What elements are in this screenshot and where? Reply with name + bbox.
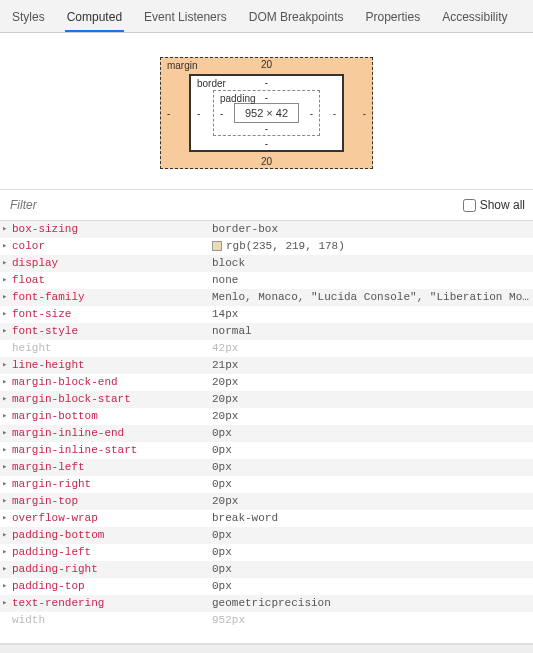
expand-triangle-icon[interactable]: ▸ <box>2 426 12 441</box>
property-row[interactable]: ▸padding-top0px <box>0 578 533 595</box>
expand-triangle-icon[interactable]: ▸ <box>2 409 12 424</box>
property-row[interactable]: ▸padding-left0px <box>0 544 533 561</box>
property-name: margin-right <box>12 477 212 492</box>
tab-dom-breakpoints[interactable]: DOM Breakpoints <box>247 6 346 32</box>
property-value: 0px <box>212 426 529 441</box>
property-name: padding-left <box>12 545 212 560</box>
property-row[interactable]: ▸text-renderinggeometricprecision <box>0 595 533 612</box>
expand-triangle-icon[interactable]: ▸ <box>2 222 12 237</box>
property-name: height <box>12 341 212 356</box>
expand-triangle-icon[interactable]: ▸ <box>2 596 12 611</box>
expand-triangle-icon[interactable]: ▸ <box>2 324 12 339</box>
property-name: margin-block-end <box>12 375 212 390</box>
expand-triangle-icon[interactable]: ▸ <box>2 256 12 271</box>
expand-triangle-icon[interactable]: ▸ <box>2 579 12 594</box>
property-name: margin-inline-end <box>12 426 212 441</box>
show-all-label: Show all <box>480 198 525 212</box>
property-row[interactable]: ▸margin-block-end20px <box>0 374 533 391</box>
devtools-tabs: Styles Computed Event Listeners DOM Brea… <box>0 0 533 33</box>
property-row[interactable]: width952px <box>0 612 533 629</box>
property-value: border-box <box>212 222 529 237</box>
property-row[interactable]: ▸floatnone <box>0 272 533 289</box>
property-name: margin-bottom <box>12 409 212 424</box>
tab-event-listeners[interactable]: Event Listeners <box>142 6 229 32</box>
expand-triangle-icon[interactable]: ▸ <box>2 239 12 254</box>
tab-styles[interactable]: Styles <box>10 6 47 32</box>
expand-triangle-icon[interactable]: ▸ <box>2 358 12 373</box>
padding-bottom-value: - <box>265 123 268 134</box>
property-value: Menlo, Monaco, "Lucida Console", "Libera… <box>212 290 529 305</box>
property-row[interactable]: height42px <box>0 340 533 357</box>
property-value: 20px <box>212 409 529 424</box>
expand-triangle-icon[interactable]: ▸ <box>2 545 12 560</box>
property-name: overflow-wrap <box>12 511 212 526</box>
property-name: padding-top <box>12 579 212 594</box>
property-name: margin-left <box>12 460 212 475</box>
property-name: box-sizing <box>12 222 212 237</box>
property-row[interactable]: ▸box-sizingborder-box <box>0 221 533 238</box>
margin-bottom-value: 20 <box>261 156 272 167</box>
property-value: 20px <box>212 375 529 390</box>
property-row[interactable]: ▸margin-block-start20px <box>0 391 533 408</box>
tab-computed[interactable]: Computed <box>65 6 124 32</box>
rendered-fonts-section: Rendered Fonts Liberation Mono — Local f… <box>0 643 533 653</box>
property-value: 20px <box>212 494 529 509</box>
property-row[interactable]: ▸displayblock <box>0 255 533 272</box>
rendered-fonts-header: Rendered Fonts <box>0 645 533 653</box>
property-row[interactable]: ▸font-familyMenlo, Monaco, "Lucida Conso… <box>0 289 533 306</box>
border-left-value: - <box>197 108 200 119</box>
box-model-diagram[interactable]: margin 20 20 - - border - - - - padding … <box>0 33 533 189</box>
property-value: block <box>212 256 529 271</box>
margin-left-value: - <box>167 108 170 119</box>
expand-triangle-icon[interactable]: ▸ <box>2 392 12 407</box>
property-row[interactable]: ▸margin-left0px <box>0 459 533 476</box>
property-row[interactable]: ▸margin-inline-end0px <box>0 425 533 442</box>
property-value: 952px <box>212 613 529 628</box>
property-value: 14px <box>212 307 529 322</box>
property-name: text-rendering <box>12 596 212 611</box>
property-row[interactable]: ▸margin-bottom20px <box>0 408 533 425</box>
expand-triangle-icon[interactable]: ▸ <box>2 477 12 492</box>
expand-triangle-icon[interactable]: ▸ <box>2 528 12 543</box>
property-row[interactable]: ▸padding-right0px <box>0 561 533 578</box>
property-value: 20px <box>212 392 529 407</box>
property-row[interactable]: ▸margin-top20px <box>0 493 533 510</box>
property-name: font-size <box>12 307 212 322</box>
property-value: 0px <box>212 545 529 560</box>
expand-triangle-icon[interactable]: ▸ <box>2 375 12 390</box>
show-all-toggle[interactable]: Show all <box>463 198 525 212</box>
property-row[interactable]: ▸padding-bottom0px <box>0 527 533 544</box>
expand-triangle-icon[interactable]: ▸ <box>2 273 12 288</box>
expand-triangle-icon[interactable]: ▸ <box>2 511 12 526</box>
color-swatch[interactable] <box>212 241 222 251</box>
expand-triangle-icon[interactable]: ▸ <box>2 494 12 509</box>
property-row[interactable]: ▸overflow-wrapbreak-word <box>0 510 533 527</box>
margin-top-value: 20 <box>261 59 272 70</box>
tab-properties[interactable]: Properties <box>363 6 422 32</box>
property-name: color <box>12 239 212 254</box>
property-row[interactable]: ▸font-stylenormal <box>0 323 533 340</box>
tab-accessibility[interactable]: Accessibility <box>440 6 509 32</box>
show-all-checkbox[interactable] <box>463 199 476 212</box>
property-name: display <box>12 256 212 271</box>
property-name: padding-right <box>12 562 212 577</box>
expand-triangle-icon[interactable]: ▸ <box>2 290 12 305</box>
property-row[interactable]: ▸margin-inline-start0px <box>0 442 533 459</box>
property-row[interactable]: ▸font-size14px <box>0 306 533 323</box>
property-value: none <box>212 273 529 288</box>
filter-input[interactable] <box>8 194 463 216</box>
property-name: padding-bottom <box>12 528 212 543</box>
border-bottom-value: - <box>265 138 268 149</box>
margin-label: margin <box>167 60 198 71</box>
expand-triangle-icon[interactable]: ▸ <box>2 307 12 322</box>
expand-triangle-icon[interactable]: ▸ <box>2 460 12 475</box>
property-row[interactable]: ▸margin-right0px <box>0 476 533 493</box>
expand-triangle-icon[interactable]: ▸ <box>2 562 12 577</box>
property-name: font-family <box>12 290 212 305</box>
property-value: geometricprecision <box>212 596 529 611</box>
property-name: width <box>12 613 212 628</box>
filter-row: Show all <box>0 189 533 221</box>
property-row[interactable]: ▸colorrgb(235, 219, 178) <box>0 238 533 255</box>
expand-triangle-icon[interactable]: ▸ <box>2 443 12 458</box>
property-row[interactable]: ▸line-height21px <box>0 357 533 374</box>
